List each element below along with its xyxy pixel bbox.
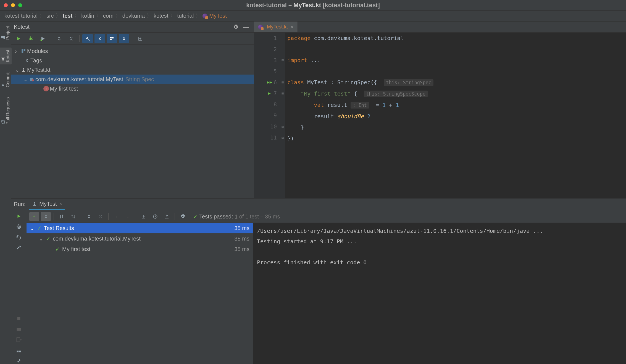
minimize-window-button[interactable] <box>11 3 15 7</box>
test-row[interactable]: ✓ My first test 35 ms <box>27 244 253 254</box>
crumb[interactable]: test <box>63 13 73 19</box>
filter-modules-button[interactable] <box>107 34 117 43</box>
history-button[interactable] <box>150 212 160 221</box>
kotest-tool-tab[interactable]: Kotest <box>0 48 12 64</box>
kotlin-file-icon <box>258 25 263 30</box>
minimize-panel-button[interactable]: — <box>241 23 251 31</box>
svg-rect-20 <box>22 51 23 53</box>
prev-failed-button[interactable]: ↑ <box>111 212 121 221</box>
svg-point-6 <box>30 37 32 39</box>
crumb[interactable]: kotlin <box>81 13 94 19</box>
svg-rect-23 <box>17 317 20 320</box>
svg-rect-15 <box>112 37 114 38</box>
run-console[interactable]: /Users/user/Library/Java/JavaVirtualMach… <box>253 223 626 364</box>
debug-button[interactable] <box>25 34 36 43</box>
svg-line-11 <box>31 39 32 39</box>
close-window-button[interactable] <box>4 3 8 7</box>
maximize-window-button[interactable] <box>18 3 22 7</box>
editor-tab[interactable]: MyTest.kt ✕ <box>254 22 298 32</box>
svg-point-4 <box>4 120 5 122</box>
import-button[interactable] <box>139 212 149 221</box>
stop-button[interactable] <box>15 315 22 322</box>
settings-button[interactable] <box>178 212 188 221</box>
restore-layout-button[interactable] <box>15 347 22 354</box>
crumb[interactable]: devkuma <box>122 13 145 19</box>
kotest-panel-title: Kotest <box>14 24 30 30</box>
test-config-icon <box>32 201 37 206</box>
tests-status: ✓ Tests passed: 1 of 1 test – 35 ms <box>193 213 280 220</box>
test-class-row[interactable]: ⌄✓ com.devkuma.kotest.tutorial.MyTest 35… <box>27 233 253 244</box>
run-label: Run: <box>14 201 25 207</box>
window-title: kotest-tutorial – MyTest.kt [kotest-tuto… <box>246 2 380 9</box>
close-run-tab-button[interactable]: ✕ <box>59 202 62 206</box>
svg-point-13 <box>86 37 88 39</box>
toggle-auto-test-button[interactable] <box>15 234 22 241</box>
test-badge-icon: t <box>43 86 49 91</box>
run-button[interactable] <box>13 34 24 43</box>
collapse-all-run-button[interactable] <box>96 212 106 221</box>
commit-tool-tab[interactable]: Commit <box>0 70 12 89</box>
dump-threads-button[interactable] <box>15 326 22 333</box>
filter-includes-button[interactable] <box>119 34 129 43</box>
crumb[interactable]: kotest <box>154 13 168 19</box>
svg-rect-27 <box>17 351 19 352</box>
next-failed-button[interactable]: ↓ <box>123 212 133 221</box>
expand-all-button[interactable] <box>54 34 64 43</box>
crumb[interactable]: tutorial <box>177 13 194 19</box>
kotlin-class-icon <box>202 14 207 19</box>
sort-button[interactable] <box>57 212 67 221</box>
svg-rect-16 <box>110 39 112 40</box>
rerun-failed-button[interactable] <box>15 223 22 230</box>
editor-area: MyTest.kt ✕ 1 2 3 5 6▶▶ 7▶ 8 <box>254 22 626 198</box>
gear-icon[interactable] <box>231 24 241 30</box>
run-with-coverage-button[interactable] <box>38 34 48 43</box>
filter-callbacks-button[interactable] <box>82 34 93 43</box>
crumb[interactable]: kotest-tutorial <box>4 13 38 19</box>
svg-point-0 <box>2 84 4 86</box>
pull-requests-tool-tab[interactable]: Pull Requests <box>0 95 12 127</box>
crumb-active[interactable]: MyTest <box>209 13 227 19</box>
show-ignored-button[interactable]: ⊘ <box>41 212 51 221</box>
filter-tags-button[interactable] <box>94 34 105 43</box>
svg-rect-28 <box>19 351 21 352</box>
test-results-root[interactable]: ⌄✓ Test Results 35 ms <box>27 223 253 233</box>
export-button[interactable] <box>162 212 172 221</box>
pin-button[interactable] <box>15 357 22 364</box>
svg-point-5 <box>1 120 2 122</box>
close-tab-button[interactable]: ✕ <box>290 24 294 30</box>
kotest-icon <box>1 57 6 62</box>
svg-point-25 <box>18 329 20 330</box>
svg-rect-19 <box>24 49 25 51</box>
tree-test[interactable]: t My first test <box>11 84 254 93</box>
run-gutter-icon[interactable]: ▶ <box>268 88 271 99</box>
run-tab[interactable]: MyTest ✕ <box>29 199 65 210</box>
expand-all-run-button[interactable] <box>84 212 94 221</box>
crumb[interactable]: com <box>103 13 114 19</box>
tree-file[interactable]: ⌄ MyTest.kt <box>11 65 254 75</box>
exit-button[interactable] <box>15 336 22 343</box>
tree-modules[interactable]: › Modules <box>11 46 254 56</box>
editor-code[interactable]: package com.devkuma.kotest.tutorial impo… <box>285 33 626 198</box>
sort-alpha-button[interactable] <box>68 212 78 221</box>
collapse-all-button[interactable] <box>66 34 77 43</box>
rerun-button[interactable] <box>15 213 22 220</box>
svg-rect-18 <box>22 49 23 51</box>
run-gutter-icon[interactable]: ▶▶ <box>267 77 272 88</box>
svg-rect-12 <box>41 39 42 41</box>
svg-line-10 <box>29 39 30 39</box>
svg-rect-14 <box>110 37 112 38</box>
crumb[interactable]: src <box>46 13 54 19</box>
editor-gutter[interactable]: 1 2 3 5 6▶▶ 7▶ 8 9 10 11 <box>254 33 280 198</box>
titlebar: kotest-tutorial – MyTest.kt [kotest-tuto… <box>0 0 626 10</box>
wrench-icon[interactable] <box>15 244 22 251</box>
breadcrumb: kotest-tutorial〉 src〉 test〉 kotlin〉 com〉… <box>0 10 626 22</box>
project-tool-tab[interactable]: Project <box>0 24 12 42</box>
folder-icon <box>1 35 6 40</box>
svg-point-22 <box>32 79 34 81</box>
kotest-panel: Kotest — <box>11 22 254 198</box>
tree-tags[interactable]: Tags <box>11 56 254 65</box>
svg-line-9 <box>31 38 32 38</box>
tree-class[interactable]: ⌄ com.devkuma.kotest.tutorial.MyTest Str… <box>11 75 254 84</box>
show-passed-button[interactable]: ✓ <box>29 212 39 221</box>
navigate-button[interactable] <box>135 34 146 43</box>
